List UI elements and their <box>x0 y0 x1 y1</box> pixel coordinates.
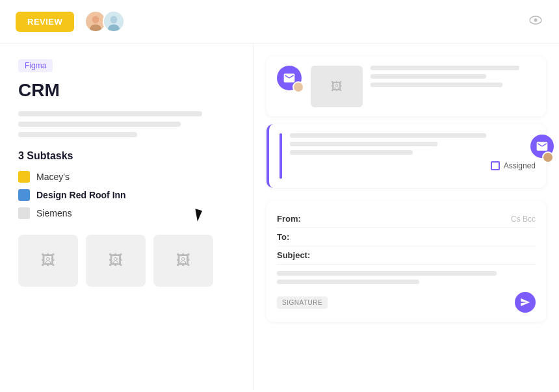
body-line-1 <box>277 271 497 276</box>
desc-line-3 <box>18 132 137 137</box>
compose-to-row: To: <box>277 228 536 246</box>
card-line-1 <box>370 66 519 70</box>
email-card-2[interactable]: Assigned <box>266 124 546 188</box>
topbar: REVIEW <box>0 0 559 44</box>
card2-mini-avatar <box>542 151 554 163</box>
thumbnail-3[interactable]: 🖼 <box>153 235 213 287</box>
card-image-1: 🖼 <box>311 66 363 107</box>
thumbnails: 🖼 🖼 🖼 <box>18 235 235 287</box>
image-icon-3: 🖼 <box>176 252 190 269</box>
subtask-icon-gray <box>18 207 30 219</box>
card-line-3 <box>370 83 502 87</box>
left-panel: Figma CRM 3 Subtasks Macey's Design Red … <box>0 44 254 390</box>
right-panel: 🖼 <box>254 44 559 390</box>
compose-footer: SIGNATURE <box>277 292 536 313</box>
avatar-2 <box>103 10 125 33</box>
email-mini-avatar-1 <box>292 81 304 93</box>
image-icon-2: 🖼 <box>109 252 123 269</box>
description-lines <box>18 111 235 137</box>
card-2-lines <box>290 133 536 155</box>
image-placeholder-icon-1: 🖼 <box>331 80 343 94</box>
subtasks-heading: 3 Subtasks <box>18 150 235 162</box>
image-icon-1: 🖼 <box>41 252 55 269</box>
subject-label: Subject: <box>277 250 316 260</box>
topbar-left: REVIEW <box>16 10 125 33</box>
subtask-design-red-roof[interactable]: Design Red Roof Inn <box>18 189 235 201</box>
desc-line-1 <box>18 111 202 116</box>
card-1-lines <box>370 66 536 87</box>
card-2-body: Assigned <box>290 133 536 170</box>
subtask-maceys[interactable]: Macey's <box>18 171 235 183</box>
subtask-label-maceys: Macey's <box>36 172 70 182</box>
eye-icon[interactable] <box>528 12 543 31</box>
thumbnail-2[interactable]: 🖼 <box>86 235 146 287</box>
assigned-checkbox[interactable] <box>491 161 500 170</box>
review-button[interactable]: REVIEW <box>16 12 74 32</box>
cc-label: Cs Bcc <box>511 215 536 224</box>
thumbnail-1[interactable]: 🖼 <box>18 235 78 287</box>
send-button[interactable] <box>515 292 536 313</box>
from-label: From: <box>277 214 316 224</box>
compose-from-row: From: Cs Bcc <box>277 210 536 228</box>
assigned-area: Assigned <box>290 161 536 170</box>
card2-line-2 <box>290 142 437 146</box>
card2-line-1 <box>290 133 486 138</box>
avatars <box>84 10 125 33</box>
svg-point-7 <box>534 18 538 21</box>
subtask-siemens[interactable]: Siemens <box>18 207 235 219</box>
subtask-label-design-red-roof: Design Red Roof Inn <box>36 190 126 200</box>
body-line-2 <box>277 280 419 284</box>
figma-badge: Figma <box>18 59 53 72</box>
email-avatar-wrap-1 <box>277 66 302 90</box>
compose-subject-row: Subject: <box>277 246 536 265</box>
subtask-icon-blue <box>18 189 30 201</box>
subtask-icon-yellow <box>18 171 30 183</box>
body-lines <box>277 271 536 284</box>
compose-area[interactable]: From: Cs Bcc To: Subject: SIGNATURE <box>266 201 546 322</box>
subtask-label-siemens: Siemens <box>36 208 72 218</box>
card2-line-3 <box>290 150 413 155</box>
svg-point-4 <box>110 16 118 23</box>
main-layout: Figma CRM 3 Subtasks Macey's Design Red … <box>0 44 559 390</box>
signature-badge: SIGNATURE <box>277 296 328 309</box>
assigned-label: Assigned <box>504 161 536 170</box>
project-title: CRM <box>18 80 235 101</box>
card-line-2 <box>370 74 486 79</box>
email-card-1[interactable]: 🖼 <box>266 57 546 116</box>
selection-bar <box>280 133 282 179</box>
desc-line-2 <box>18 122 181 127</box>
svg-point-1 <box>92 16 99 23</box>
to-label: To: <box>277 232 316 242</box>
